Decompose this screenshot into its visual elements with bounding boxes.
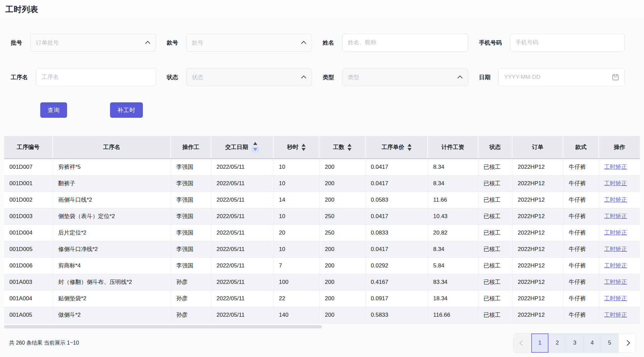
cell-name: 剪裤袢*5 — [53, 159, 171, 175]
cell-date: 2022/05/11 — [211, 159, 273, 175]
filter-name: 姓名 — [323, 34, 479, 52]
cell-date: 2022/05/11 — [211, 192, 273, 208]
cell-style: 牛仔裤 — [563, 175, 599, 192]
table-row: 001D002画侧斗口线*2李强国2022/05/11142000.058311… — [4, 192, 640, 208]
filter-status: 状态 状态 — [167, 68, 323, 86]
cell-name: 画侧斗口线*2 — [53, 192, 171, 208]
fix-hours-link[interactable]: 工时矫正 — [604, 246, 627, 252]
fix-hours-link[interactable]: 工时矫正 — [604, 230, 627, 236]
fix-hours-link[interactable]: 工时矫正 — [604, 197, 627, 203]
sort-icons-unit-price[interactable] — [408, 144, 412, 151]
status-select[interactable]: 状态 — [186, 68, 312, 86]
fix-hours-link[interactable]: 工时矫正 — [604, 279, 627, 285]
cell-price: 0.0583 — [365, 192, 428, 208]
cell-date: 2022/05/11 — [211, 290, 273, 307]
prev-page-button[interactable] — [514, 334, 531, 353]
cell-code: 001A004 — [4, 290, 53, 307]
name-input[interactable] — [348, 39, 463, 46]
sort-asc-icon — [408, 144, 412, 147]
page-button-1[interactable]: 1 — [531, 334, 548, 353]
sort-asc-icon — [302, 144, 306, 147]
page-button-3[interactable]: 3 — [566, 334, 583, 353]
fix-hours-link[interactable]: 工时矫正 — [604, 262, 627, 269]
cell-wage: 8.34 — [428, 175, 478, 192]
cell-code: 001D006 — [4, 257, 53, 274]
cell-worker: 李强国 — [171, 208, 211, 224]
fix-hours-link[interactable]: 工时矫正 — [604, 213, 627, 219]
scrollbar-thumb[interactable] — [4, 325, 322, 328]
cell-price: 0.0417 — [365, 159, 428, 175]
cell-date: 2022/05/11 — [211, 257, 273, 274]
cell-status: 已核工 — [478, 175, 512, 192]
cell-action: 工时矫正 — [599, 274, 640, 290]
page-button-2[interactable]: 2 — [548, 334, 566, 353]
cell-status: 已核工 — [478, 224, 512, 241]
sort-asc-icon — [253, 142, 257, 145]
col-worker: 操作工 — [171, 136, 211, 159]
page-button-4[interactable]: 4 — [583, 334, 601, 353]
cell-status: 已核工 — [478, 307, 512, 323]
fix-hours-link[interactable]: 工时矫正 — [604, 164, 627, 170]
cell-price: 0.0833 — [365, 224, 428, 241]
date-input[interactable] — [504, 74, 612, 81]
fix-hours-link[interactable]: 工时矫正 — [604, 180, 627, 187]
process-name-input[interactable] — [42, 74, 150, 81]
cell-wage: 8.34 — [428, 241, 478, 257]
cell-status: 已核工 — [478, 192, 512, 208]
cell-price: 0.0417 — [365, 241, 428, 257]
cell-seconds: 10 — [273, 175, 319, 192]
chevron-left-icon — [520, 340, 525, 346]
cell-style: 牛仔裤 — [563, 224, 599, 241]
cell-style: 牛仔裤 — [563, 192, 599, 208]
cell-style: 牛仔裤 — [563, 208, 599, 224]
cell-date: 2022/05/11 — [211, 175, 273, 192]
cell-status: 已核工 — [478, 274, 512, 290]
add-hours-button[interactable]: 补工时 — [110, 102, 143, 118]
page-button-5[interactable]: 5 — [601, 334, 618, 353]
cell-code: 001A005 — [4, 307, 53, 323]
cell-seconds: 22 — [273, 290, 319, 307]
cell-count: 200 — [319, 175, 365, 192]
cell-order: 2022HP12 — [512, 307, 563, 323]
cell-seconds: 7 — [273, 257, 319, 274]
cell-worker: 孙彦 — [171, 290, 211, 307]
sort-icons-count[interactable] — [347, 144, 352, 151]
cell-count: 200 — [319, 257, 365, 274]
batch-select[interactable]: 订单批号 — [30, 34, 156, 52]
table-row: 001D004后片定位*2李强国2022/05/11202500.083320.… — [4, 224, 640, 241]
process-name-label: 工序名 — [11, 73, 28, 81]
cell-worker: 李强国 — [171, 241, 211, 257]
calendar-icon[interactable] — [612, 73, 619, 81]
sort-icons-seconds[interactable] — [302, 144, 306, 151]
cell-order: 2022HP12 — [512, 241, 563, 257]
fix-hours-link[interactable]: 工时矫正 — [604, 295, 627, 302]
cell-code: 001A003 — [4, 274, 53, 290]
sort-icons-delivery-date[interactable] — [251, 142, 259, 153]
style-no-select-placeholder: 款号 — [192, 39, 303, 47]
cell-order: 2022HP12 — [512, 208, 563, 224]
cell-status: 已核工 — [478, 290, 512, 307]
name-label: 姓名 — [323, 39, 334, 47]
page-title: 工时列表 — [5, 4, 38, 15]
cell-code: 001D007 — [4, 159, 53, 175]
table-footer: 共 260 条结果 当前展示 1~10 12345 — [9, 333, 636, 353]
cell-status: 已核工 — [478, 208, 512, 224]
cell-wage: 5.84 — [428, 257, 478, 274]
filter-style-no: 款号 款号 — [167, 34, 323, 52]
next-page-button[interactable] — [618, 334, 636, 353]
query-button[interactable]: 查询 — [40, 102, 67, 118]
type-select[interactable]: 类型 — [342, 68, 468, 86]
fix-hours-link[interactable]: 工时矫正 — [604, 312, 627, 318]
table-body: 001D007剪裤袢*5李强国2022/05/11102000.04178.34… — [4, 159, 640, 323]
cell-order: 2022HP12 — [512, 192, 563, 208]
cell-action: 工时矫正 — [599, 192, 640, 208]
cell-name: 后片定位*2 — [53, 224, 171, 241]
phone-input[interactable] — [516, 39, 619, 46]
style-no-select[interactable]: 款号 — [186, 34, 312, 52]
cell-price: 0.0417 — [365, 175, 428, 192]
filter-type: 类型 类型 — [323, 68, 479, 86]
cell-name: 侧垫袋（表斗）定位*2 — [53, 208, 171, 224]
cell-seconds: 20 — [273, 224, 319, 241]
cell-order: 2022HP12 — [512, 159, 563, 175]
cell-worker: 孙彦 — [171, 307, 211, 323]
